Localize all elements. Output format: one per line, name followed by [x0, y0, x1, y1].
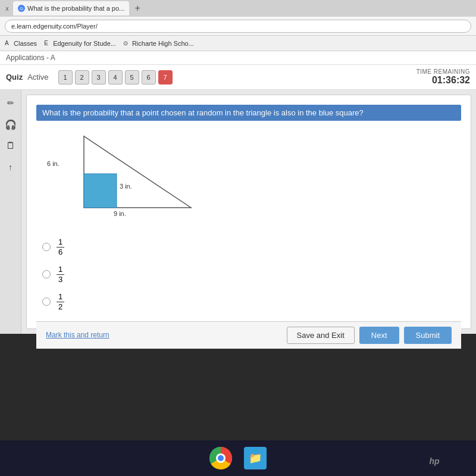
headphones-tool[interactable]: 🎧 [2, 116, 19, 133]
active-label: Active [27, 73, 48, 82]
fraction-1-2: 1 2 [57, 292, 64, 311]
new-tab-button[interactable]: + [130, 1, 145, 15]
mark-return-link[interactable]: Mark this and return [46, 331, 109, 339]
fraction-1-6: 1 6 [57, 237, 64, 256]
save-exit-button[interactable]: Save and Exit [287, 327, 355, 344]
bookmark-richarte-label: Richarte High Scho... [132, 40, 194, 47]
address-bar-row: e.learn.edgenuity.com/Player/ [0, 17, 476, 36]
base-label: 9 in. [114, 210, 126, 217]
question-btn-7[interactable]: 7 [158, 70, 173, 84]
bookmark-richarte-icon: ⊙ [123, 40, 130, 47]
page-layout: ✏ 🎧 🗒 ↑ What is the probability that a p… [0, 90, 476, 334]
svg-rect-1 [84, 174, 117, 208]
chrome-taskbar-icon[interactable] [209, 447, 232, 469]
fraction-1-3-denominator: 3 [57, 275, 64, 284]
app-title: Applications - A [6, 54, 55, 62]
bookmark-classes-icon: A [5, 40, 12, 47]
fraction-1-2-numerator: 1 [57, 292, 64, 302]
hp-logo: hp [422, 452, 446, 470]
bookmark-edgenuity[interactable]: E Edgenuity for Stude... [44, 40, 116, 47]
radio-option-3[interactable] [42, 298, 51, 306]
fraction-1-6-denominator: 6 [57, 248, 64, 257]
action-buttons: Save and Exit Next Submit [287, 327, 452, 344]
radio-option-2[interactable] [42, 270, 51, 278]
question-text: What is the probability that a point cho… [36, 105, 461, 121]
diagram-area: 6 in. 3 in. 9 in. [48, 130, 215, 226]
option-1-half: 1 2 [42, 292, 461, 311]
timer-value: 01:36:32 [416, 75, 470, 86]
arrow-up-tool[interactable]: ↑ [2, 159, 19, 176]
tab-bar: x G What is the probability that a po...… [0, 0, 476, 17]
question-btn-5[interactable]: 5 [125, 70, 139, 84]
answer-options: 1 6 1 3 1 2 [36, 237, 461, 312]
bookmark-edgenuity-label: Edgenuity for Stude... [53, 40, 116, 47]
fraction-1-6-numerator: 1 [57, 237, 64, 248]
bookmark-richarte[interactable]: ⊙ Richarte High Scho... [123, 40, 194, 47]
pencil-tool[interactable]: ✏ [2, 95, 19, 111]
radio-option-1[interactable] [42, 243, 51, 251]
option-1-sixth: 1 6 [42, 237, 461, 256]
height-label: 6 in. [47, 160, 60, 167]
submit-button[interactable]: Submit [404, 327, 452, 344]
next-button[interactable]: Next [359, 327, 399, 344]
fraction-1-3: 1 3 [57, 265, 64, 284]
question-btn-2[interactable]: 2 [75, 70, 89, 84]
tab-close-button[interactable]: x [2, 4, 12, 13]
question-btn-3[interactable]: 3 [92, 70, 106, 84]
question-btn-1[interactable]: 1 [58, 70, 73, 84]
tab-favicon: G [18, 5, 25, 12]
question-btn-6[interactable]: 6 [142, 70, 156, 84]
taskbar: 📁 hp [0, 440, 476, 476]
active-tab[interactable]: G What is the probability that a po... [13, 1, 129, 15]
timer-label: TIME REMAINING [416, 68, 470, 75]
fraction-1-3-numerator: 1 [57, 265, 64, 275]
address-text: e.learn.edgenuity.com/Player/ [11, 23, 98, 30]
tab-title: What is the probability that a po... [27, 5, 124, 12]
option-1-third: 1 3 [42, 265, 461, 284]
question-btn-4[interactable]: 4 [108, 70, 123, 84]
question-buttons: 1 2 3 4 5 6 7 [58, 70, 173, 84]
quiz-label: Quiz [6, 73, 23, 82]
geometry-diagram [48, 130, 215, 223]
app-header: Applications - A [0, 51, 476, 65]
bookmark-classes[interactable]: A Classes [5, 40, 37, 47]
fraction-1-2-denominator: 2 [57, 302, 64, 312]
side-toolbar: ✏ 🎧 🗒 ↑ [0, 90, 21, 334]
square-height-label: 3 in. [120, 183, 132, 190]
files-taskbar-icon[interactable]: 📁 [244, 447, 267, 469]
bookmark-edgenuity-icon: E [44, 40, 51, 47]
quiz-content: What is the probability that a point cho… [26, 95, 471, 329]
bookmark-classes-label: Classes [14, 40, 37, 47]
browser-chrome: x G What is the probability that a po...… [0, 0, 476, 51]
timer: TIME REMAINING 01:36:32 [416, 68, 470, 86]
bookmarks-bar: A Classes E Edgenuity for Stude... ⊙ Ric… [0, 36, 476, 51]
calculator-tool[interactable]: 🗒 [2, 137, 19, 154]
quiz-nav: Quiz Active 1 2 3 4 5 6 7 TIME REMAINING… [0, 65, 476, 90]
address-bar[interactable]: e.learn.edgenuity.com/Player/ [5, 20, 471, 33]
bottom-bar: Mark this and return Save and Exit Next … [36, 321, 461, 349]
